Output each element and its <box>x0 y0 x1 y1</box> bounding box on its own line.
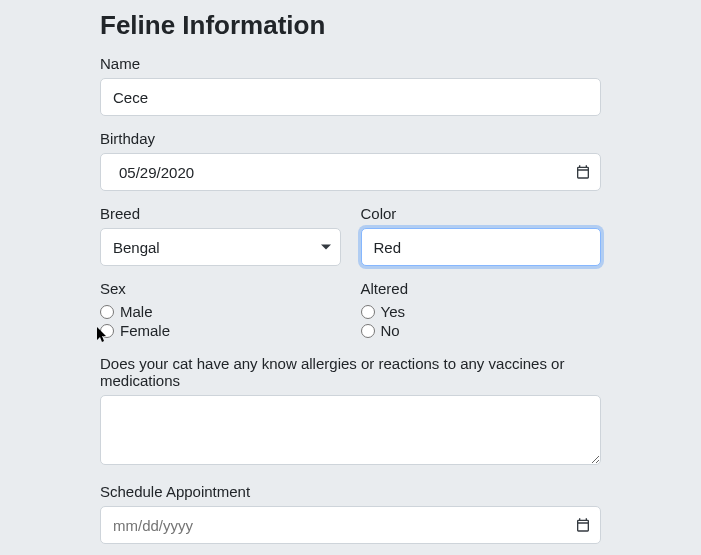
color-input[interactable] <box>361 228 602 266</box>
allergies-group: Does your cat have any know allergies or… <box>100 355 601 469</box>
appointment-label: Schedule Appointment <box>100 483 601 500</box>
sex-radio-female[interactable] <box>100 324 114 338</box>
altered-label: Altered <box>361 280 602 297</box>
altered-label-yes: Yes <box>381 303 405 320</box>
birthday-label: Birthday <box>100 130 601 147</box>
altered-option-no-row: No <box>361 322 602 339</box>
breed-select-wrap: Bengal <box>100 228 341 266</box>
altered-radio-no[interactable] <box>361 324 375 338</box>
altered-group: Altered Yes No <box>361 280 602 341</box>
appointment-input[interactable] <box>100 506 601 544</box>
color-label: Color <box>361 205 602 222</box>
appointment-input-wrap <box>100 506 601 544</box>
birthday-group: Birthday <box>100 130 601 191</box>
name-group: Name <box>100 55 601 116</box>
sex-group: Sex Male Female <box>100 280 341 341</box>
sex-altered-row: Sex Male Female Altered Yes No <box>100 280 601 341</box>
altered-option-yes-row: Yes <box>361 303 602 320</box>
allergies-label: Does your cat have any know allergies or… <box>100 355 601 389</box>
altered-radio-yes[interactable] <box>361 305 375 319</box>
form-container: Feline Information Name Birthday Breed B… <box>0 0 701 555</box>
birthday-input[interactable] <box>100 153 601 191</box>
color-group: Color <box>361 205 602 266</box>
sex-label-male: Male <box>120 303 153 320</box>
page-title: Feline Information <box>100 10 601 41</box>
sex-label-female: Female <box>120 322 170 339</box>
sex-radio-male[interactable] <box>100 305 114 319</box>
breed-label: Breed <box>100 205 341 222</box>
birthday-input-wrap <box>100 153 601 191</box>
breed-select[interactable]: Bengal <box>100 228 341 266</box>
name-input[interactable] <box>100 78 601 116</box>
allergies-textarea[interactable] <box>100 395 601 465</box>
sex-option-male-row: Male <box>100 303 341 320</box>
altered-label-no: No <box>381 322 400 339</box>
breed-group: Breed Bengal <box>100 205 341 266</box>
sex-option-female-row: Female <box>100 322 341 339</box>
appointment-group: Schedule Appointment <box>100 483 601 544</box>
name-label: Name <box>100 55 601 72</box>
sex-label: Sex <box>100 280 341 297</box>
breed-color-row: Breed Bengal Color <box>100 205 601 266</box>
